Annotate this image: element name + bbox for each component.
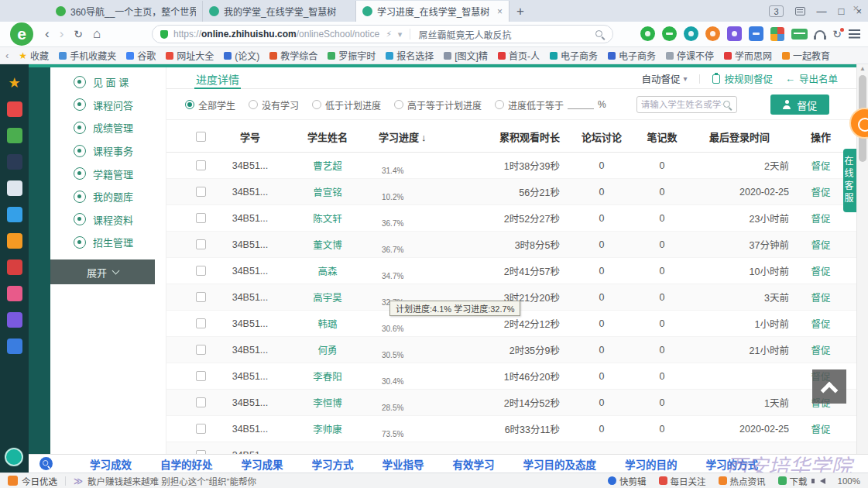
- bookmark-item[interactable]: 首页-人: [498, 49, 540, 62]
- sidebar-item[interactable]: 课程问答: [50, 94, 166, 117]
- home-button[interactable]: ⌂: [93, 26, 101, 42]
- sidebar-item[interactable]: 学籍管理: [50, 162, 166, 185]
- bookmark-item[interactable]: 手机收藏夹: [59, 49, 116, 62]
- address-bar[interactable]: https://online.zhihuishu.com/onlineSchoo…: [152, 25, 613, 43]
- tab-close-icon[interactable]: ×: [497, 6, 503, 17]
- search-icon[interactable]: [722, 100, 732, 110]
- bookmark-item[interactable]: (论文): [224, 49, 259, 62]
- related-link[interactable]: 自学的好处: [160, 456, 213, 472]
- screenshot-icon[interactable]: [662, 26, 677, 41]
- column-header[interactable]: 笔记数: [647, 129, 677, 144]
- supervise-link[interactable]: 督促: [811, 316, 830, 331]
- video-icon[interactable]: [7, 101, 22, 117]
- filter-radio[interactable]: 高于等于计划进度: [394, 98, 482, 112]
- filter-radio[interactable]: 进度低于等于%: [495, 98, 606, 112]
- browser-tab[interactable]: 我的学堂_在线学堂_智慧树: [203, 1, 356, 22]
- url-dropdown-icon[interactable]: ▾: [398, 29, 403, 40]
- bookmark-item[interactable]: 停课不停: [666, 49, 714, 62]
- supervise-link[interactable]: 督促: [811, 342, 830, 357]
- sidebar-item[interactable]: 我的题库: [50, 185, 166, 208]
- student-name-link[interactable]: 曾宣铭: [313, 184, 342, 199]
- bookmark-item[interactable]: 罗振宇时: [328, 49, 376, 62]
- refresh-button[interactable]: ↻: [74, 28, 83, 40]
- row-checkbox[interactable]: [196, 397, 206, 407]
- student-name-link[interactable]: 陈文轩: [313, 211, 342, 225]
- news-icon[interactable]: [7, 259, 22, 275]
- student-name-link[interactable]: 韩璐: [317, 316, 337, 331]
- back-button[interactable]: ‹: [45, 26, 50, 42]
- student-name-link[interactable]: 何勇: [317, 342, 337, 357]
- daily-pick-icon[interactable]: [8, 476, 18, 486]
- related-link[interactable]: 学习成果: [242, 456, 283, 472]
- row-checkbox[interactable]: [196, 213, 206, 223]
- scroll-up-arrow[interactable]: ▲: [857, 65, 868, 72]
- chat-icon[interactable]: [7, 207, 22, 222]
- photo-tool-icon[interactable]: [749, 26, 763, 41]
- bookmark-item[interactable]: 网址大全: [166, 49, 214, 62]
- forward-button[interactable]: ›: [60, 26, 64, 42]
- row-checkbox[interactable]: [196, 424, 206, 434]
- supervise-link[interactable]: 督促: [811, 263, 830, 278]
- supervise-link[interactable]: 督促: [811, 184, 830, 199]
- reader-icon[interactable]: [7, 339, 22, 354]
- row-checkbox[interactable]: [196, 239, 206, 249]
- student-name-link[interactable]: 李恒博: [313, 395, 342, 410]
- supervise-link[interactable]: 督促: [811, 211, 830, 225]
- row-checkbox[interactable]: [196, 266, 206, 276]
- headset-icon[interactable]: [815, 30, 825, 37]
- mail-icon[interactable]: [7, 128, 22, 143]
- lightning-icon[interactable]: ⚡: [386, 29, 392, 40]
- bookmark-item[interactable]: [图文]精: [444, 49, 488, 62]
- sidebar-item[interactable]: 成绩管理: [50, 116, 166, 139]
- statusbar-tool[interactable]: 下载: [778, 475, 808, 487]
- column-header[interactable]: 学号: [240, 129, 260, 144]
- filter-radio[interactable]: 低于计划进度: [312, 98, 381, 112]
- notes-icon[interactable]: [7, 180, 22, 196]
- row-checkbox[interactable]: [196, 187, 206, 197]
- search-icon[interactable]: [595, 29, 605, 40]
- browser-tab[interactable]: 360导航__一个主页，整个世界: [50, 1, 203, 22]
- statusbar-tool[interactable]: 热点资讯: [719, 475, 766, 487]
- sidebar-item[interactable]: 见 面 课: [50, 70, 166, 94]
- filter-radio[interactable]: 没有学习: [249, 98, 299, 112]
- workspace-icon[interactable]: [7, 154, 22, 170]
- online-service-tab[interactable]: 在线客服: [843, 149, 856, 212]
- bookmark-item[interactable]: 电子商务: [608, 49, 656, 62]
- camera-app-icon[interactable]: [7, 286, 22, 301]
- back-to-top-button[interactable]: [812, 369, 846, 404]
- related-link[interactable]: 有效学习: [453, 456, 495, 472]
- supervise-link[interactable]: 督促: [811, 290, 830, 304]
- row-checkbox[interactable]: [196, 318, 206, 328]
- percent-blank-input[interactable]: [568, 100, 594, 109]
- wallet-card-icon[interactable]: [791, 29, 808, 40]
- supervise-link[interactable]: 督促: [811, 158, 830, 173]
- adblock-icon[interactable]: [705, 26, 720, 41]
- close-links-bar-icon[interactable]: ×: [853, 2, 859, 14]
- favorites-star-icon[interactable]: ★: [7, 75, 22, 91]
- minimize-button[interactable]: —: [817, 5, 827, 17]
- student-name-link[interactable]: 曹艺超: [313, 158, 342, 173]
- export-list-button[interactable]: ← 导出名单: [785, 71, 838, 86]
- supervise-link[interactable]: 督促: [811, 237, 830, 252]
- related-link[interactable]: 学习方式: [312, 456, 354, 472]
- bookmark-item[interactable]: 一起教育: [782, 49, 830, 62]
- student-name-link[interactable]: 董文博: [313, 237, 342, 252]
- student-search-input[interactable]: [641, 100, 722, 109]
- bookmark-item[interactable]: 谷歌: [126, 49, 156, 62]
- game-icon[interactable]: [7, 233, 22, 249]
- browser-tab[interactable]: 学习进度_在线学堂_智慧树×: [356, 1, 509, 22]
- column-header[interactable]: 论坛讨论: [582, 129, 622, 144]
- tabs-menu-icon[interactable]: [795, 7, 805, 15]
- supervise-button[interactable]: 督促: [770, 95, 829, 115]
- tab-progress-detail[interactable]: 进度详情: [194, 71, 241, 89]
- so-search-logo[interactable]: [39, 457, 53, 470]
- bookmark-item[interactable]: 学而思网: [724, 49, 772, 62]
- column-header[interactable]: 操作: [811, 129, 831, 144]
- statusbar-tool[interactable]: 快剪辑: [608, 475, 647, 487]
- related-link[interactable]: 学业指导: [383, 456, 424, 472]
- column-header[interactable]: 学习进度↓: [371, 129, 427, 144]
- related-link[interactable]: 学习成效: [90, 456, 132, 472]
- wechat-plugin-icon[interactable]: [640, 26, 655, 41]
- bookmarks-collapse-icon[interactable]: ‹: [5, 50, 9, 61]
- sidebar-item[interactable]: 课程事务: [50, 139, 166, 163]
